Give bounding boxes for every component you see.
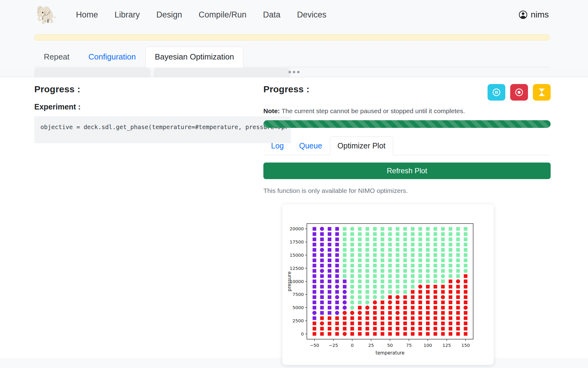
stop-button[interactable] [510,84,528,101]
tab-configuration[interactable]: Configuration [79,47,145,67]
svg-text:−50: −50 [310,343,319,348]
timeout-button[interactable] [533,84,551,101]
top-navbar: 🐘 HomeLibraryDesignCompile/RunDataDevice… [0,0,588,29]
progress-bar [263,120,551,128]
svg-text:12500: 12500 [290,266,304,271]
note-text: Note: The current step cannot be paused … [263,107,551,115]
nav-item-library[interactable]: Library [115,10,140,19]
run-panel: Progress : [260,77,554,358]
svg-text:0: 0 [351,343,353,348]
user-icon [518,10,528,19]
pause-button[interactable] [488,84,505,101]
svg-text:25: 25 [368,343,374,348]
svg-text:17500: 17500 [290,240,304,244]
user-menu[interactable]: nims [518,10,549,20]
nimo-availability-note: This function is only available for NIMO… [263,187,551,194]
refresh-plot-button[interactable]: Refresh Plot [263,163,551,179]
x-axis-label: temperature [375,350,404,356]
nav-item-design[interactable]: Design [156,10,182,19]
svg-text:100: 100 [424,343,432,348]
experiment-heading: Experiment : [34,102,260,111]
left-progress-heading: Progress : [34,84,260,94]
split-divider [0,67,588,77]
hourglass-icon [537,88,546,97]
svg-text:5000: 5000 [292,305,304,310]
warning-alert-strip [34,34,549,40]
tab-optimizer-plot[interactable]: Optimizer Plot [330,136,393,155]
svg-text:7500: 7500 [292,292,304,297]
splitter-handle[interactable] [288,71,300,73]
svg-text:150: 150 [461,343,470,348]
nav-item-compile-run[interactable]: Compile/Run [199,10,247,19]
pause-circle-icon [492,88,501,97]
tab-repeat[interactable]: Repeat [34,47,79,67]
svg-text:125: 125 [443,343,451,348]
svg-text:20000: 20000 [290,226,304,231]
experiment-panel: Progress : Experiment : objective = deck… [0,77,260,358]
svg-text:75: 75 [406,343,412,348]
page-tabs: RepeatConfigurationBayesian Optimization [34,47,549,67]
nav-item-data[interactable]: Data [263,10,281,19]
right-progress-heading: Progress : [263,84,309,94]
nav-item-home[interactable]: Home [76,10,98,19]
run-subtabs: LogQueueOptimizer Plot [263,136,551,155]
panel-top-left [34,68,151,77]
y-axis-label: pressure [287,271,292,291]
progress-track [263,120,551,128]
username: nims [531,10,549,20]
tab-bayesian-optimization[interactable]: Bayesian Optimization [145,47,244,67]
tab-log[interactable]: Log [263,136,292,155]
optimizer-plot-card: −50−250255075100125150025005000750010000… [282,204,494,365]
experiment-code-block: objective = deck.sdl.get_phase(temperatu… [34,116,291,143]
svg-text:2500: 2500 [292,318,304,323]
stop-circle-icon [514,88,524,97]
svg-text:0: 0 [301,332,304,336]
main-nav: HomeLibraryDesignCompile/RunDataDevices [76,10,326,20]
experiment-code: objective = deck.sdl.get_phase(temperatu… [40,124,288,131]
brand-logo[interactable]: 🐘 [34,2,59,27]
tab-queue[interactable]: Queue [292,136,330,155]
svg-text:15000: 15000 [290,253,304,258]
nav-item-devices[interactable]: Devices [297,10,326,19]
panel-top-right [154,68,290,77]
svg-text:−25: −25 [329,343,338,348]
svg-text:50: 50 [387,343,393,348]
elephant-logo-icon: 🐘 [36,4,58,25]
phase-scatter-plot: −50−250255075100125150025005000750010000… [282,204,494,364]
